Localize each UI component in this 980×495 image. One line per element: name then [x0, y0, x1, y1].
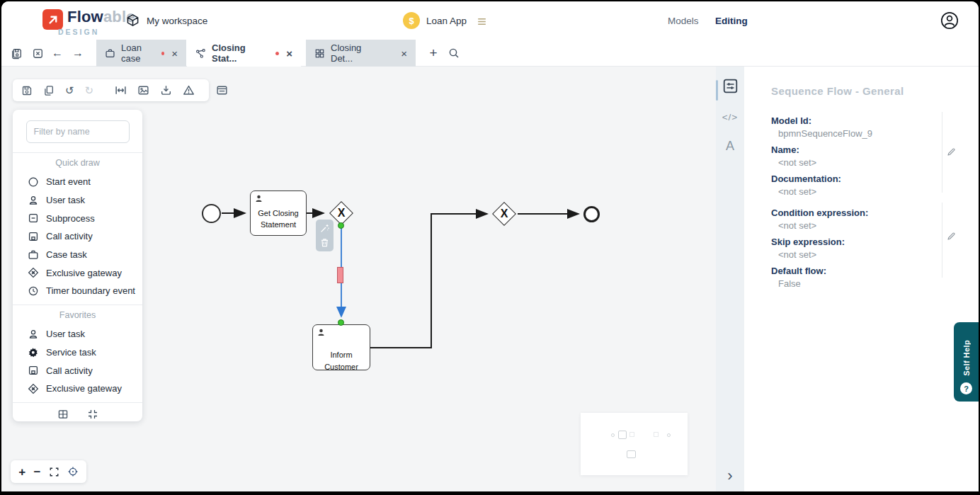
- palette-item-case-task[interactable]: Case task: [13, 246, 142, 264]
- tab-bar: ← → Loan case × Closing Stat... × Closin…: [1, 40, 979, 67]
- palette-item-user-task[interactable]: User task: [13, 191, 142, 210]
- new-tab-icon[interactable]: +: [427, 47, 440, 59]
- close-all-icon[interactable]: [31, 47, 44, 59]
- minimap-shape: [627, 450, 636, 458]
- divider: [13, 305, 142, 305]
- app-menu-icon[interactable]: [476, 16, 488, 28]
- self-help-button[interactable]: Self Help ?: [954, 322, 979, 402]
- flow-target-anchor[interactable]: [338, 319, 344, 326]
- collapse-palette-icon[interactable]: [87, 409, 98, 420]
- nav-editing[interactable]: Editing: [715, 16, 748, 26]
- property-condition-expression[interactable]: Condition expression: <not set>: [771, 207, 934, 232]
- zoom-out-icon[interactable]: −: [33, 466, 40, 478]
- app-badge[interactable]: $: [403, 12, 420, 29]
- palette-item-call-activity[interactable]: Call activity: [13, 227, 142, 246]
- palette-table-view-icon[interactable]: [57, 409, 69, 420]
- favorites-title: Favorites: [13, 310, 142, 320]
- property-label: Model Id:: [771, 115, 934, 127]
- palette-item-label: Service task: [46, 347, 96, 358]
- favorite-exclusive-gateway[interactable]: Exclusive gateway: [13, 380, 142, 398]
- properties-title: Sequence Flow - General: [771, 85, 979, 97]
- task-inform-customer[interactable]: Inform Customer: [312, 324, 370, 370]
- brand-wordmark: Flowable: [67, 8, 135, 26]
- favorite-user-task[interactable]: User task: [13, 325, 142, 343]
- favorite-call-activity[interactable]: Call activity: [13, 361, 142, 380]
- property-label: Skip expression:: [771, 237, 934, 248]
- exclusive-gateway-icon: [27, 383, 39, 394]
- property-default-flow[interactable]: Default flow: False: [771, 266, 934, 290]
- fit-screen-icon[interactable]: [49, 467, 59, 477]
- workspace-name[interactable]: My workspace: [147, 16, 207, 26]
- nav-models[interactable]: Models: [668, 16, 699, 26]
- timer-icon: [27, 285, 39, 297]
- zoom-in-icon[interactable]: +: [18, 466, 25, 478]
- search-icon[interactable]: [448, 47, 460, 59]
- property-skip-expression[interactable]: Skip expression: <not set>: [771, 237, 934, 261]
- filter-input[interactable]: [26, 120, 130, 143]
- account-icon[interactable]: [940, 11, 959, 30]
- expand-panel-icon[interactable]: ›: [716, 467, 744, 485]
- property-documentation[interactable]: Documentation: <not set>: [771, 173, 934, 198]
- property-value: <not set>: [771, 220, 934, 232]
- app-name[interactable]: Loan App: [426, 16, 467, 26]
- palette-item-subprocess[interactable]: Subprocess: [13, 209, 142, 227]
- self-help-label: Self Help: [962, 340, 971, 376]
- canvas-toolbar: ↺ ↻: [13, 79, 209, 101]
- tab-closing-statement[interactable]: Closing Stat... ×: [187, 40, 301, 67]
- forward-icon[interactable]: →: [72, 47, 84, 59]
- app-header: Flowable DESIGN My workspace $ Loan App …: [1, 1, 979, 40]
- palette-item-exclusive-gateway[interactable]: Exclusive gateway: [13, 263, 142, 282]
- copy-icon[interactable]: [43, 85, 55, 96]
- brand-word-dark: Flow: [67, 8, 103, 25]
- property-label: Condition expression:: [771, 207, 934, 219]
- save-all-icon[interactable]: [10, 47, 23, 59]
- undo-icon[interactable]: ↺: [65, 85, 74, 96]
- subprocess-icon: [27, 212, 39, 224]
- property-value: <not set>: [771, 249, 934, 261]
- palette-item-label: Exclusive gateway: [46, 383, 122, 394]
- save-icon[interactable]: [21, 85, 33, 96]
- palette-item-start-event[interactable]: Start event: [13, 173, 142, 191]
- tab-close-icon[interactable]: ×: [286, 47, 292, 59]
- tab-closing-details[interactable]: Closing Det... ×: [306, 40, 416, 67]
- tab-close-icon[interactable]: ×: [401, 47, 407, 59]
- back-icon[interactable]: ←: [51, 47, 64, 59]
- task-get-closing-statement[interactable]: Get Closing Statement: [250, 190, 307, 236]
- magic-wand-icon[interactable]: [319, 223, 330, 234]
- edit-skip-expression-pencil-icon[interactable]: [946, 231, 957, 241]
- fit-width-icon[interactable]: [115, 84, 127, 96]
- palette-item-label: Exclusive gateway: [46, 268, 122, 278]
- favorite-service-task[interactable]: Service task: [13, 343, 142, 362]
- property-name[interactable]: Name: <not set>: [771, 144, 934, 169]
- tab-close-icon[interactable]: ×: [171, 47, 178, 59]
- flow-source-anchor[interactable]: [338, 222, 344, 229]
- flowable-logo-icon: [42, 9, 63, 30]
- redo-icon[interactable]: ↻: [85, 85, 94, 96]
- export-image-icon[interactable]: [137, 84, 149, 96]
- validation-warning-icon[interactable]: [183, 84, 195, 96]
- task-label: Get Closing Statement: [253, 205, 303, 232]
- palette-item-timer-boundary-event[interactable]: Timer boundary event: [13, 282, 142, 300]
- palette-item-label: Start event: [46, 176, 91, 187]
- minimap-shape: [611, 433, 615, 437]
- attributes-panel-icon[interactable]: [716, 78, 744, 94]
- palette-item-label: Call activity: [46, 231, 93, 241]
- center-target-icon[interactable]: [67, 466, 79, 477]
- form-panel-icon[interactable]: [216, 84, 228, 96]
- exclusive-gateway-node-2[interactable]: X: [491, 201, 517, 227]
- download-icon[interactable]: [160, 84, 172, 96]
- text-panel-icon[interactable]: A: [716, 139, 744, 154]
- tab-loan-case[interactable]: Loan case ×: [96, 40, 186, 67]
- process-diagram-icon: [195, 48, 206, 59]
- start-event-node[interactable]: [202, 204, 221, 223]
- minimap[interactable]: [581, 413, 688, 475]
- brand-product-label: DESIGN: [58, 28, 99, 36]
- user-task-icon: [27, 195, 39, 206]
- edit-name-pencil-icon[interactable]: [946, 147, 957, 157]
- end-event-node[interactable]: [583, 206, 600, 222]
- flow-bend-handle[interactable]: [337, 267, 343, 283]
- code-panel-icon[interactable]: </>: [716, 112, 744, 123]
- tab-label: Closing Det...: [331, 42, 385, 64]
- trash-icon[interactable]: [319, 237, 330, 248]
- zoom-controls: + −: [11, 460, 86, 483]
